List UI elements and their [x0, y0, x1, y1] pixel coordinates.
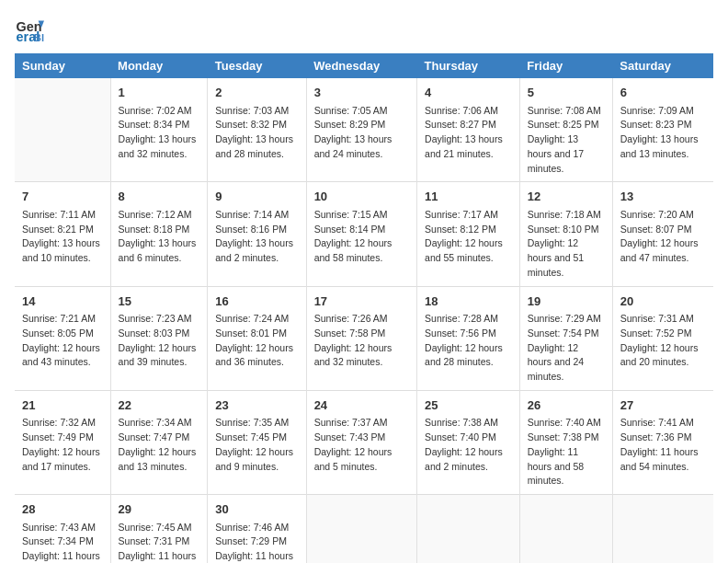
day-cell: 4Sunrise: 7:06 AMSunset: 8:27 PMDaylight… [417, 78, 520, 182]
day-cell: 16Sunrise: 7:24 AMSunset: 8:01 PMDayligh… [208, 286, 306, 390]
day-cell: 30Sunrise: 7:46 AMSunset: 7:29 PMDayligh… [208, 495, 306, 564]
day-info: Sunrise: 7:05 AMSunset: 8:29 PMDaylight:… [314, 104, 409, 162]
day-info: Sunrise: 7:21 AMSunset: 8:05 PMDaylight:… [22, 312, 103, 370]
day-info: Sunrise: 7:40 AMSunset: 7:38 PMDaylight:… [528, 416, 605, 488]
week-row-2: 7Sunrise: 7:11 AMSunset: 8:21 PMDaylight… [15, 182, 713, 286]
day-number: 12 [528, 188, 605, 206]
day-cell: 14Sunrise: 7:21 AMSunset: 8:05 PMDayligh… [15, 286, 110, 390]
col-header-saturday: Saturday [612, 53, 713, 78]
day-cell: 22Sunrise: 7:34 AMSunset: 7:47 PMDayligh… [110, 390, 208, 494]
day-number: 8 [119, 188, 200, 206]
day-number: 20 [620, 293, 706, 311]
col-header-thursday: Thursday [417, 53, 520, 78]
day-info: Sunrise: 7:31 AMSunset: 7:52 PMDaylight:… [620, 312, 706, 370]
day-info: Sunrise: 7:23 AMSunset: 8:03 PMDaylight:… [119, 312, 200, 370]
day-info: Sunrise: 7:32 AMSunset: 7:49 PMDaylight:… [22, 416, 103, 474]
day-info: Sunrise: 7:29 AMSunset: 7:54 PMDaylight:… [528, 312, 605, 385]
day-cell: 20Sunrise: 7:31 AMSunset: 7:52 PMDayligh… [612, 286, 713, 390]
logo: Gen eral Blue [15, 15, 48, 44]
day-number: 4 [425, 84, 512, 102]
day-info: Sunrise: 7:08 AMSunset: 8:25 PMDaylight:… [528, 104, 605, 177]
week-row-4: 21Sunrise: 7:32 AMSunset: 7:49 PMDayligh… [15, 390, 713, 494]
calendar-table: SundayMondayTuesdayWednesdayThursdayFrid… [15, 53, 713, 563]
day-cell: 1Sunrise: 7:02 AMSunset: 8:34 PMDaylight… [110, 78, 208, 182]
page-header: Gen eral Blue [15, 15, 713, 44]
day-cell [417, 495, 520, 564]
week-row-1: 1Sunrise: 7:02 AMSunset: 8:34 PMDaylight… [15, 78, 713, 182]
day-info: Sunrise: 7:41 AMSunset: 7:36 PMDaylight:… [620, 416, 706, 474]
col-header-friday: Friday [519, 53, 612, 78]
day-cell: 3Sunrise: 7:05 AMSunset: 8:29 PMDaylight… [306, 78, 416, 182]
day-info: Sunrise: 7:09 AMSunset: 8:23 PMDaylight:… [620, 104, 706, 162]
day-info: Sunrise: 7:03 AMSunset: 8:32 PMDaylight:… [215, 104, 298, 162]
col-header-tuesday: Tuesday [208, 53, 306, 78]
day-info: Sunrise: 7:38 AMSunset: 7:40 PMDaylight:… [425, 416, 512, 474]
day-number: 13 [620, 188, 706, 206]
day-info: Sunrise: 7:12 AMSunset: 8:18 PMDaylight:… [119, 208, 200, 266]
day-cell: 13Sunrise: 7:20 AMSunset: 8:07 PMDayligh… [612, 182, 713, 286]
day-number: 17 [314, 293, 409, 311]
day-number: 2 [215, 84, 298, 102]
day-number: 5 [528, 84, 605, 102]
day-cell: 19Sunrise: 7:29 AMSunset: 7:54 PMDayligh… [519, 286, 612, 390]
day-info: Sunrise: 7:34 AMSunset: 7:47 PMDaylight:… [119, 416, 200, 474]
day-cell [15, 78, 110, 182]
day-number: 14 [22, 293, 103, 311]
day-number: 19 [528, 293, 605, 311]
day-number: 23 [215, 396, 298, 415]
day-cell: 11Sunrise: 7:17 AMSunset: 8:12 PMDayligh… [417, 182, 520, 286]
day-cell: 8Sunrise: 7:12 AMSunset: 8:18 PMDaylight… [110, 182, 208, 286]
day-info: Sunrise: 7:02 AMSunset: 8:34 PMDaylight:… [119, 104, 200, 162]
day-number: 25 [425, 396, 512, 415]
day-number: 11 [425, 188, 512, 206]
day-info: Sunrise: 7:18 AMSunset: 8:10 PMDaylight:… [528, 208, 605, 281]
week-row-3: 14Sunrise: 7:21 AMSunset: 8:05 PMDayligh… [15, 286, 713, 390]
day-info: Sunrise: 7:35 AMSunset: 7:45 PMDaylight:… [215, 416, 298, 474]
day-info: Sunrise: 7:06 AMSunset: 8:27 PMDaylight:… [425, 104, 512, 162]
day-number: 27 [620, 396, 706, 415]
day-number: 29 [119, 500, 200, 519]
day-cell: 9Sunrise: 7:14 AMSunset: 8:16 PMDaylight… [208, 182, 306, 286]
day-info: Sunrise: 7:11 AMSunset: 8:21 PMDaylight:… [22, 208, 103, 266]
day-cell: 2Sunrise: 7:03 AMSunset: 8:32 PMDaylight… [208, 78, 306, 182]
day-cell: 18Sunrise: 7:28 AMSunset: 7:56 PMDayligh… [417, 286, 520, 390]
svg-text:Blue: Blue [34, 32, 44, 43]
day-number: 15 [119, 293, 200, 311]
day-info: Sunrise: 7:37 AMSunset: 7:43 PMDaylight:… [314, 416, 409, 474]
col-header-monday: Monday [110, 53, 208, 78]
day-cell [519, 495, 612, 564]
day-number: 21 [22, 396, 103, 415]
day-info: Sunrise: 7:17 AMSunset: 8:12 PMDaylight:… [425, 208, 512, 266]
day-info: Sunrise: 7:26 AMSunset: 7:58 PMDaylight:… [314, 312, 409, 370]
day-cell: 26Sunrise: 7:40 AMSunset: 7:38 PMDayligh… [519, 390, 612, 494]
day-info: Sunrise: 7:28 AMSunset: 7:56 PMDaylight:… [425, 312, 512, 370]
day-number: 1 [119, 84, 200, 102]
week-row-5: 28Sunrise: 7:43 AMSunset: 7:34 PMDayligh… [15, 495, 713, 564]
day-number: 28 [22, 500, 103, 519]
day-number: 26 [528, 396, 605, 415]
logo-icon: Gen eral Blue [15, 15, 44, 44]
day-cell: 12Sunrise: 7:18 AMSunset: 8:10 PMDayligh… [519, 182, 612, 286]
day-cell: 10Sunrise: 7:15 AMSunset: 8:14 PMDayligh… [306, 182, 416, 286]
day-number: 18 [425, 293, 512, 311]
day-number: 30 [215, 500, 298, 519]
day-number: 9 [215, 188, 298, 206]
day-info: Sunrise: 7:14 AMSunset: 8:16 PMDaylight:… [215, 208, 298, 266]
day-info: Sunrise: 7:46 AMSunset: 7:29 PMDaylight:… [215, 521, 298, 564]
day-cell: 27Sunrise: 7:41 AMSunset: 7:36 PMDayligh… [612, 390, 713, 494]
day-info: Sunrise: 7:45 AMSunset: 7:31 PMDaylight:… [119, 521, 200, 564]
day-number: 24 [314, 396, 409, 415]
day-cell: 23Sunrise: 7:35 AMSunset: 7:45 PMDayligh… [208, 390, 306, 494]
day-cell: 6Sunrise: 7:09 AMSunset: 8:23 PMDaylight… [612, 78, 713, 182]
day-cell [612, 495, 713, 564]
day-number: 7 [22, 188, 103, 206]
day-info: Sunrise: 7:20 AMSunset: 8:07 PMDaylight:… [620, 208, 706, 266]
day-cell: 28Sunrise: 7:43 AMSunset: 7:34 PMDayligh… [15, 495, 110, 564]
day-cell: 24Sunrise: 7:37 AMSunset: 7:43 PMDayligh… [306, 390, 416, 494]
day-number: 10 [314, 188, 409, 206]
day-cell: 15Sunrise: 7:23 AMSunset: 8:03 PMDayligh… [110, 286, 208, 390]
col-header-wednesday: Wednesday [306, 53, 416, 78]
day-cell: 17Sunrise: 7:26 AMSunset: 7:58 PMDayligh… [306, 286, 416, 390]
day-info: Sunrise: 7:43 AMSunset: 7:34 PMDaylight:… [22, 521, 103, 564]
day-cell: 21Sunrise: 7:32 AMSunset: 7:49 PMDayligh… [15, 390, 110, 494]
